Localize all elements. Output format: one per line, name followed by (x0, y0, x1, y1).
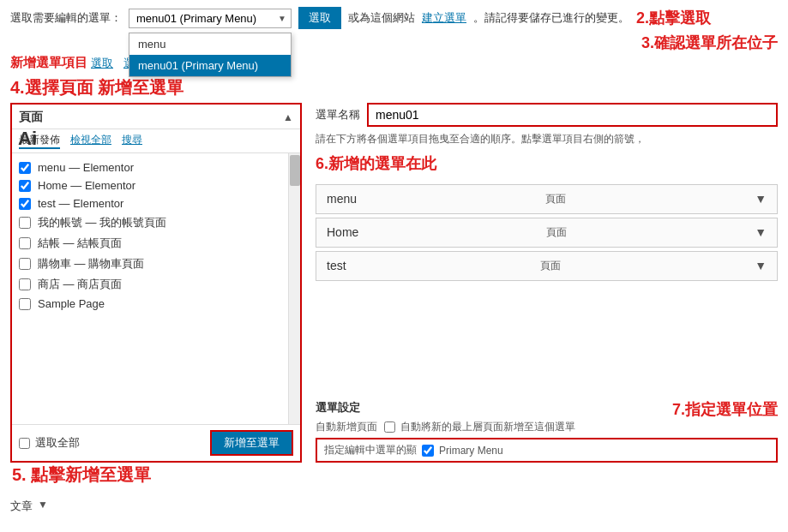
checkbox-test[interactable] (19, 198, 31, 210)
ai-label: Ai (18, 128, 37, 150)
bottom-label: 文章 (10, 499, 33, 514)
menu-item-type: 頁面 (546, 225, 567, 240)
checkbox-sample[interactable] (19, 298, 31, 310)
list-item: 我的帳號 — 我的帳號頁面 (19, 212, 293, 233)
dropdown-popup: menu menu01 (Primary Menu) (129, 33, 292, 77)
settings-row-right: 自動將新的最上層頁面新增至這個選單 (384, 420, 575, 434)
list-item: Sample Page (19, 295, 293, 313)
auto-add-desc: 自動將新的最上層頁面新增至這個選單 (400, 420, 575, 434)
scrollbar-thumb[interactable] (290, 155, 300, 186)
select-all-label: 選取全部 (35, 435, 80, 451)
right-top-area: 選單名稱 請在下方將各個選單項目拖曳至合適的順序。點擊選單項目右側的箭號， (316, 103, 778, 146)
annotation-5: 5. 點擊新增至選單 (12, 465, 151, 484)
select-all-row: 選取全部 (19, 435, 80, 451)
menu-name-row: 選單名稱 (316, 103, 778, 127)
top-bar-note2: 。請記得要儲存已進行的變更。 (473, 10, 629, 26)
left-panel-list: menu — Elementor Home — Elementor test —… (12, 153, 300, 424)
list-scrollbar[interactable] (288, 153, 300, 424)
annotation-4: 4.選擇頁面 新增至選單 (10, 76, 778, 99)
bottom-arrow-icon: ▼ (38, 499, 48, 511)
tab-select[interactable]: 選取 (91, 56, 113, 71)
menu-name-input[interactable] (367, 103, 778, 127)
menu-item-arrow-icon[interactable]: ▼ (755, 259, 767, 272)
menu-item-arrow-icon[interactable]: ▼ (755, 225, 767, 239)
select-button[interactable]: 選取 (298, 7, 341, 29)
location-label: 指定編輯中選單的顯 (324, 443, 417, 457)
menu-item-name: menu (327, 192, 357, 206)
dropdown-option-menu01[interactable]: menu01 (Primary Menu) (129, 55, 291, 76)
menu-settings-title: 選單設定 (316, 400, 360, 415)
top-bar-label: 選取需要編輯的選單： (10, 10, 122, 26)
checkbox-menu[interactable] (19, 162, 31, 174)
settings-row: 自動新增頁面 自動將新的最上層頁面新增至這個選單 (316, 420, 778, 434)
list-item-label: menu — Elementor (38, 161, 134, 174)
list-item-label: 商店 — 商店頁面 (38, 277, 122, 292)
auto-add-label: 自動新增頁面 (316, 420, 377, 434)
list-item: test — Elementor (19, 194, 293, 212)
location-checkbox[interactable] (422, 445, 434, 457)
top-bar-note: 或為這個網站 (348, 10, 415, 26)
top-bar: 選取需要編輯的選單： menu menu01 (Primary Menu) ▼ … (10, 7, 778, 29)
tab-view-all[interactable]: 檢視全部 (70, 133, 111, 149)
checkbox-home[interactable] (19, 180, 31, 192)
menu-item-name: test (327, 259, 346, 272)
left-panel-title: 頁面 (19, 110, 43, 125)
add-to-menu-button[interactable]: 新增至選單 (210, 430, 293, 456)
location-row: 指定編輯中選單的顯 Primary Menu (316, 438, 778, 463)
menu-item-type: 頁面 (545, 192, 566, 206)
checkbox-cart[interactable] (19, 258, 31, 270)
checkbox-myaccount[interactable] (19, 217, 31, 229)
menu-item-row: Home 頁面 ▼ (316, 218, 778, 248)
checkbox-checkout[interactable] (19, 237, 31, 249)
select-all-checkbox[interactable] (19, 438, 30, 449)
auto-add-checkbox[interactable] (384, 421, 395, 433)
menu-name-label: 選單名稱 (316, 107, 360, 123)
menu-item-type: 頁面 (540, 259, 561, 273)
list-item: 商店 — 商店頁面 (19, 274, 293, 295)
list-item-label: 結帳 — 結帳頁面 (38, 236, 122, 251)
left-panel: 頁面 ▲ 最新發佈 檢視全部 搜尋 menu — Elementor Home … (10, 103, 302, 463)
create-menu-link[interactable]: 建立選單 (422, 10, 466, 26)
menu-item-row: test 頁面 ▼ (316, 251, 778, 281)
menu-item-arrow-icon[interactable]: ▼ (755, 192, 767, 206)
location-value: Primary Menu (439, 445, 503, 457)
list-item-label: 購物車 — 購物車頁面 (38, 256, 144, 272)
menu-item-row: menu 頁面 ▼ (316, 184, 778, 214)
main-content: 頁面 ▲ 最新發佈 檢視全部 搜尋 menu — Elementor Home … (10, 103, 778, 463)
annotation-7: 7.指定選單位置 (672, 399, 778, 420)
list-item-label: Home — Elementor (38, 179, 135, 192)
menu-dropdown-wrapper: menu menu01 (Primary Menu) ▼ menu menu01… (129, 9, 292, 28)
left-panel-footer: 選取全部 新增至選單 (12, 424, 300, 461)
tab-search[interactable]: 搜尋 (122, 133, 142, 149)
bottom-section: 選單設定 7.指定選單位置 自動新增頁面 自動將新的最上層頁面新增至這個選單 指… (316, 399, 778, 463)
list-item-label: test — Elementor (38, 197, 123, 210)
page-wrapper: 選取需要編輯的選單： menu menu01 (Primary Menu) ▼ … (0, 0, 788, 532)
left-panel-title-bar: 頁面 ▲ (12, 105, 300, 129)
list-item: Home — Elementor (19, 176, 293, 194)
right-panel: 選單名稱 請在下方將各個選單項目拖曳至合適的順序。點擊選單項目右側的箭號， 6.… (316, 103, 778, 463)
annotation-3: 3.確認選單所在位子 (641, 33, 778, 53)
annotation-6: 6.新增的選單在此 (316, 153, 778, 174)
list-item-label: Sample Page (38, 297, 105, 310)
section-tabs-row: 新增選單項目 選取 選單名稱 選單結構 (10, 55, 778, 71)
annotation-2: 2.點擊選取 (636, 8, 711, 28)
menu-instructions: 請在下方將各個選單項目拖曳至合適的順序。點擊選單項目右側的箭號， (316, 132, 778, 146)
menu-select[interactable]: menu menu01 (Primary Menu) (129, 9, 292, 28)
menu-items-list: menu 頁面 ▼ Home 頁面 ▼ test 頁面 ▼ (316, 184, 778, 389)
list-item: 購物車 — 購物車頁面 (19, 254, 293, 274)
list-item-label: 我的帳號 — 我的帳號頁面 (38, 215, 166, 230)
list-item: 結帳 — 結帳頁面 (19, 233, 293, 254)
left-panel-tabs: 最新發佈 檢視全部 搜尋 (12, 129, 300, 153)
expand-icon[interactable]: ▲ (283, 111, 293, 123)
checkbox-shop[interactable] (19, 278, 31, 290)
section-new-item-label: 新增選單項目 (10, 55, 87, 71)
menu-item-name: Home (327, 225, 358, 239)
dropdown-option-menu[interactable]: menu (129, 33, 291, 55)
list-item: menu — Elementor (19, 158, 293, 176)
